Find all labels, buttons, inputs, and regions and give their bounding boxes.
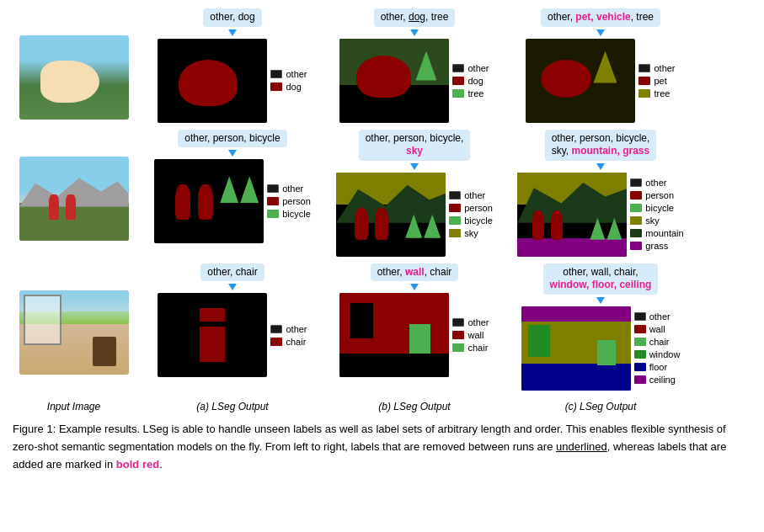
input-col-1: [8, 8, 139, 120]
arrow-c-3: [596, 297, 605, 304]
legend-b-3: other wall chair: [452, 317, 489, 353]
legend-item: other: [267, 184, 311, 194]
legend-item: other: [630, 178, 683, 188]
label-c-1: other, pet, vehicle, tree: [541, 8, 660, 27]
input-image-2: [19, 157, 129, 241]
legend-a-3: other chair: [270, 324, 307, 347]
arrow-b-3: [410, 284, 419, 290]
seg-image-b-3: [339, 293, 449, 377]
legend-item: person: [630, 190, 683, 200]
legend-item: bicycle: [267, 209, 311, 219]
seg-row-c-1: other pet tree: [526, 39, 675, 123]
legend-item: chair: [270, 337, 307, 347]
input-col-2: [8, 130, 139, 241]
label-a-2: other, person, bicycle: [178, 130, 286, 148]
bottom-labels: Input Image (a) LSeg Output (b) LSeg Out…: [8, 401, 756, 412]
legend-c-3: other wall chair window: [634, 311, 681, 385]
legend-item: chair: [634, 337, 681, 347]
input-image-1: [19, 35, 129, 120]
arrow-a-3: [228, 284, 237, 290]
col-a-1: other, dog other dog: [144, 8, 321, 123]
legend-item: bicycle: [630, 203, 683, 213]
seg-image-b-2: [336, 173, 446, 257]
row-3: other, chair other chair: [8, 263, 756, 391]
legend-item: pet: [638, 76, 675, 86]
col-a-2: other, person, bicycle other per: [144, 130, 321, 244]
legend-item: sky: [630, 215, 683, 226]
legend-item: window: [634, 349, 681, 359]
arrow-a-2: [228, 150, 237, 157]
input-col-3: [8, 263, 139, 375]
legend-item: tree: [452, 88, 489, 98]
col-b-1: other, dog, tree other dog: [326, 8, 503, 123]
legend-item: grass: [630, 241, 683, 251]
legend-item: other: [634, 311, 681, 322]
legend-item: wall: [452, 330, 489, 340]
legend-item: other: [452, 63, 489, 73]
seg-image-a-2: [154, 159, 264, 243]
legend-item: mountain: [630, 228, 683, 238]
legend-item: other: [638, 63, 675, 73]
seg-image-c-1: [526, 39, 635, 123]
seg-row-a-3: other chair: [158, 293, 307, 377]
arrow-a-1: [228, 29, 237, 36]
seg-row-a-2: other person bicycle: [154, 159, 311, 243]
col-a-3: other, chair other chair: [144, 263, 321, 378]
label-a: (a) LSeg Output: [144, 401, 321, 412]
legend-b-1: other dog tree: [452, 63, 489, 98]
legend-item: dog: [270, 82, 307, 92]
label-a-3: other, chair: [200, 263, 264, 282]
col-c-1: other, pet, vehicle, tree other pet: [508, 8, 693, 123]
legend-item: person: [267, 196, 311, 206]
legend-a-1: other dog: [270, 69, 307, 92]
seg-image-b-1: [339, 39, 449, 123]
seg-image-c-2: [517, 173, 627, 257]
legend-item: wall: [634, 324, 681, 334]
label-c-3: other, wall, chair,window, floor, ceilin…: [543, 263, 659, 295]
legend-item: floor: [634, 362, 681, 372]
arrow-b-2: [410, 163, 419, 170]
label-b-1: other, dog, tree: [374, 8, 456, 27]
seg-row-a-1: other dog: [158, 39, 307, 123]
legend-item: other: [270, 69, 307, 79]
label-input: Input Image: [8, 401, 139, 412]
legend-item: sky: [449, 228, 493, 238]
legend-item: other: [270, 324, 307, 334]
label-b-2: other, person, bicycle,sky: [359, 130, 471, 161]
label-b: (b) LSeg Output: [326, 401, 503, 412]
seg-row-c-2: other person bicycle sky: [517, 173, 683, 257]
arrow-b-1: [410, 29, 419, 36]
input-image-3: [19, 290, 129, 375]
legend-item: tree: [638, 88, 675, 98]
legend-color-dog: [270, 82, 282, 91]
arrow-c-2: [596, 163, 605, 170]
legend-b-2: other person bicycle sky: [449, 190, 493, 238]
legend-c-2: other person bicycle sky: [630, 178, 683, 251]
seg-row-b-3: other wall chair: [339, 293, 489, 377]
arrow-c-1: [596, 29, 605, 36]
seg-row-c-3: other wall chair window: [521, 306, 681, 391]
col-b-3: other, wall, chair other: [326, 263, 503, 378]
legend-a-2: other person bicycle: [267, 184, 311, 219]
legend-item: chair: [452, 343, 489, 353]
col-b-2: other, person, bicycle,sky other: [326, 130, 503, 257]
col-c-2: other, person, bicycle,sky, mountain, gr…: [508, 130, 693, 257]
legend-item: person: [449, 203, 493, 213]
seg-row-b-1: other dog tree: [339, 39, 489, 123]
row-2: other, person, bicycle other per: [8, 130, 756, 257]
seg-image-a-1: [158, 39, 267, 123]
figure-container: other, dog other dog: [8, 8, 756, 473]
label-b-3: other, wall, chair: [371, 263, 459, 282]
seg-image-a-3: [158, 293, 267, 377]
legend-item: ceiling: [634, 375, 681, 385]
legend-c-1: other pet tree: [638, 63, 675, 98]
legend-item: dog: [452, 76, 489, 86]
row-1: other, dog other dog: [8, 8, 756, 123]
legend-item: bicycle: [449, 215, 493, 226]
seg-dog-shape: [179, 60, 238, 106]
label-c: (c) LSeg Output: [508, 401, 693, 412]
seg-image-c-3: [521, 306, 631, 391]
label-a-1: other, dog: [203, 8, 261, 27]
seg-row-b-2: other person bicycle sky: [336, 173, 493, 257]
legend-item: other: [449, 190, 493, 200]
